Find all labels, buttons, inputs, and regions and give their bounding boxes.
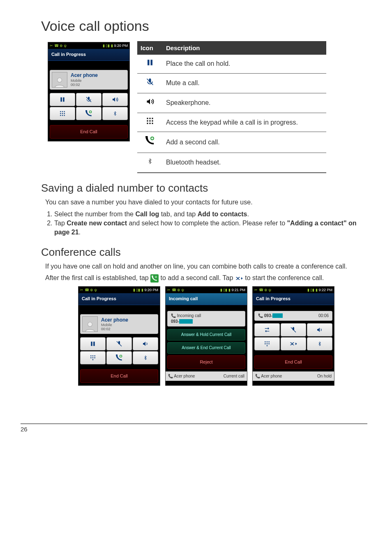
add-call-icon (137, 132, 163, 153)
add-call-button[interactable] (106, 351, 132, 364)
answer-end-button[interactable]: Answer & End Current Call (167, 342, 245, 354)
status-signal-icon: ▮ ▯▮ ▮ (103, 44, 113, 48)
svg-rect-47 (267, 345, 267, 346)
end-call-button[interactable]: End Call (254, 355, 332, 369)
page-number: 26 (21, 424, 367, 433)
bluetooth-icon (137, 153, 163, 173)
desc-bluetooth: Bluetooth headset. (163, 153, 326, 173)
status-time: 9:20 PM (114, 44, 128, 48)
svg-rect-30 (93, 342, 95, 346)
keypad-button[interactable] (254, 337, 280, 350)
svg-rect-17 (147, 118, 148, 119)
hold-button[interactable] (50, 93, 75, 106)
desc-keypad: Access the keypad while a call is in pro… (163, 113, 326, 132)
svg-rect-2 (63, 97, 65, 102)
save-step-2: Tap Create new contact and select how to… (54, 219, 367, 237)
keypad-button[interactable] (50, 107, 75, 120)
reject-button[interactable]: Reject (167, 355, 245, 369)
svg-rect-32 (90, 355, 91, 356)
svg-rect-11 (62, 115, 63, 116)
current-call-name: Acer phone (174, 374, 195, 378)
mute-button[interactable] (281, 323, 306, 336)
call-duration: 00:02 (71, 83, 126, 87)
svg-rect-8 (62, 113, 63, 114)
svg-rect-14 (148, 60, 150, 65)
status-icons-left: ✂ ☎ ⊕ ψ (50, 43, 67, 49)
hold-call-status: On hold (317, 373, 332, 379)
svg-rect-23 (147, 123, 148, 124)
screen-title: Incoming call (166, 293, 247, 305)
heading-conference-calls: Conference calls (41, 245, 367, 259)
svg-rect-34 (95, 355, 95, 356)
contact-card: Acer phone Mobile 00:02 (80, 314, 158, 334)
desc-add-call: Add a second call. (163, 132, 326, 153)
conference-intro: If you have one call on hold and another… (45, 262, 367, 271)
speaker-button[interactable] (102, 93, 128, 106)
contact-name: Acer phone (101, 317, 156, 324)
add-call-button[interactable] (76, 107, 101, 120)
avatar (52, 72, 67, 88)
heading-saving-dialed-number: Saving a dialed number to contacts (41, 181, 367, 195)
conference-instruction: After the first call is established, tap… (45, 273, 367, 283)
svg-rect-38 (92, 359, 93, 360)
hold-icon (137, 55, 163, 74)
mute-button[interactable] (106, 337, 132, 350)
svg-rect-21 (150, 120, 151, 122)
bluetooth-button[interactable] (133, 351, 158, 364)
speaker-button[interactable] (133, 337, 158, 350)
svg-rect-42 (267, 341, 267, 342)
end-call-button[interactable]: End Call (80, 369, 158, 383)
svg-rect-5 (62, 111, 63, 112)
icon-description-table: Icon Description Place the call on hold.… (137, 41, 326, 173)
svg-rect-41 (265, 341, 265, 342)
bluetooth-button[interactable] (102, 107, 128, 120)
active-number: 093- (264, 313, 272, 318)
merge-button[interactable] (281, 337, 306, 350)
merge-calls-inline-icon (235, 274, 243, 283)
add-call-inline-icon (150, 274, 159, 283)
speaker-icon (137, 93, 163, 113)
svg-rect-15 (151, 60, 153, 65)
svg-rect-35 (90, 357, 91, 358)
screen-title: Call in Progress (78, 293, 160, 305)
contact-name: Acer phone (71, 72, 126, 79)
save-intro-text: You can save a number you have dialed to… (45, 198, 367, 207)
contact-card: Acer phone Mobile 00:02 (50, 70, 128, 90)
svg-rect-4 (60, 111, 61, 112)
status-signal-icon: ▮ ▯▮ ▮ (307, 288, 318, 292)
svg-rect-46 (269, 343, 270, 344)
active-call-row: 📞 093-xxxxx 00:06 (254, 311, 332, 321)
status-bar: ✂ ☎ ⊕ ψ ▮ ▯▮ ▮ 9:20 PM (48, 42, 129, 49)
current-call-bar: 📞 Acer phone Current call (166, 371, 247, 381)
mute-button[interactable] (76, 93, 101, 106)
svg-rect-22 (152, 120, 153, 122)
screenshot-conference-call: ✂ ☎ ⊕ ψ▮ ▯▮ ▮ 9:22 PM Call in Progress 📞… (252, 286, 334, 386)
save-step-1: Select the number from the Call log tab,… (54, 210, 367, 219)
bluetooth-button[interactable] (307, 337, 332, 350)
current-call-status: Current call (224, 373, 244, 379)
status-icons-left: ✂ ☎ ⊕ ψ (254, 287, 271, 293)
desc-speaker: Speakerphone. (163, 93, 326, 113)
status-time: 9:22 PM (318, 288, 332, 292)
svg-rect-10 (60, 115, 61, 116)
desc-hold: Place the call on hold. (163, 55, 326, 74)
call-button-grid (50, 93, 128, 120)
hold-call-name: Acer phone (261, 374, 282, 378)
status-icons-left: ✂ ☎ ⊕ ψ (167, 287, 184, 293)
mute-icon (137, 73, 163, 93)
svg-rect-43 (269, 341, 270, 342)
table-header-description: Description (163, 41, 326, 55)
svg-rect-29 (91, 342, 92, 346)
speaker-button[interactable] (307, 323, 332, 336)
avatar (82, 316, 98, 332)
status-signal-icon: ▮ ▯▮ ▮ (133, 288, 143, 292)
hold-button[interactable] (80, 337, 106, 350)
svg-rect-19 (152, 118, 153, 119)
svg-rect-7 (60, 113, 61, 114)
end-call-button[interactable]: End Call (50, 125, 128, 139)
keypad-button[interactable] (80, 351, 106, 364)
incoming-call-label: Incoming call (177, 313, 201, 318)
answer-hold-button[interactable]: Answer & Hold Current Call (167, 329, 245, 341)
swap-button[interactable] (254, 323, 280, 336)
status-time: 9:20 PM (144, 288, 158, 292)
